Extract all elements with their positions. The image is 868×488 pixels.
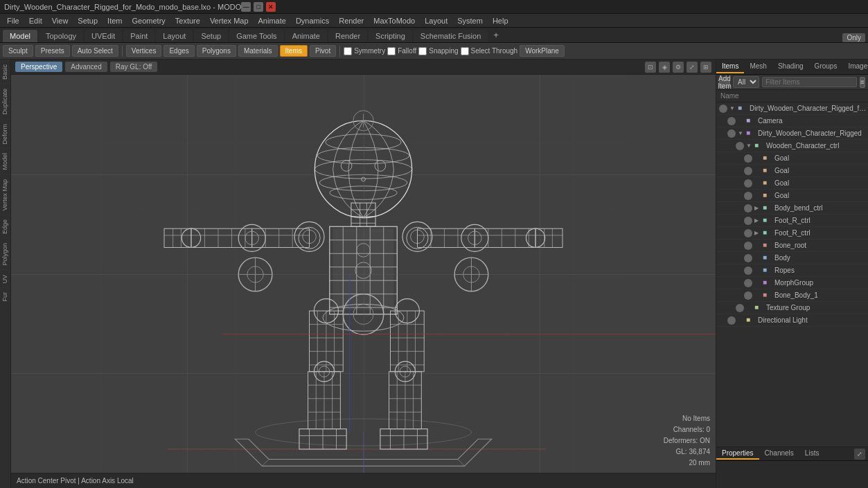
left-tab-vertex-map[interactable]: Vertex Map <box>0 174 10 215</box>
left-tab-uv[interactable]: UV <box>0 270 10 288</box>
left-tab-duplicate[interactable]: Duplicate <box>0 84 10 119</box>
rp-tab-groups[interactable]: Groups <box>809 60 843 73</box>
materials-button[interactable]: Materials <box>238 45 278 57</box>
menu-item-system[interactable]: System <box>453 15 487 26</box>
viewport-expand-icon[interactable]: ⤢ <box>687 62 698 73</box>
left-tab-deform[interactable]: Deform <box>0 119 10 149</box>
viewport-settings-icon[interactable]: ⚙ <box>673 62 684 73</box>
tree-item-16[interactable]: ■Texture Group <box>716 302 868 314</box>
select-through-checkbox[interactable]: Select Through <box>461 47 518 55</box>
polygons-button[interactable]: Polygons <box>197 45 236 57</box>
tree-item-7[interactable]: ■Goal <box>716 190 868 202</box>
viewport-tab-advanced[interactable]: Advanced <box>65 62 107 72</box>
visibility-dot-15[interactable] <box>744 291 752 300</box>
workplane-button[interactable]: WorkPlane <box>520 45 565 57</box>
minimize-button[interactable]: — <box>241 2 251 12</box>
rp-tab-mesh[interactable]: Mesh <box>744 60 772 73</box>
main-tab-game-tools[interactable]: Game Tools <box>229 30 284 42</box>
tree-item-12[interactable]: ■Body <box>716 252 868 264</box>
visibility-dot-4[interactable] <box>744 154 752 163</box>
menu-item-setup[interactable]: Setup <box>73 15 102 26</box>
menu-item-help[interactable]: Help <box>488 15 513 26</box>
menu-item-maxtomodo[interactable]: MaxToModo <box>369 15 419 26</box>
left-tab-model[interactable]: Model <box>0 148 10 174</box>
rp-tab-shading[interactable]: Shading <box>772 60 809 73</box>
sculpt-button[interactable]: Sculpt <box>3 45 33 57</box>
menu-item-render[interactable]: Render <box>335 15 368 26</box>
main-tab-schematic-fusion[interactable]: Schematic Fusion <box>414 30 488 42</box>
main-tab-uvedit[interactable]: UVEdit <box>85 30 122 42</box>
visibility-dot-6[interactable] <box>744 179 752 188</box>
expand-arrow-8[interactable]: ▶ <box>754 205 761 212</box>
main-tab-animate[interactable]: Animate <box>285 30 327 42</box>
main-tab-topology[interactable]: Topology <box>39 30 83 42</box>
auto-select-button[interactable]: Auto Select <box>72 45 118 57</box>
tree-item-14[interactable]: ■MorphGroup <box>716 277 868 289</box>
viewport-tab-perspective[interactable]: Perspective <box>15 62 62 72</box>
tree-item-17[interactable]: ■Directional Light <box>716 314 868 327</box>
viewport-render-icon[interactable]: ◈ <box>659 62 670 73</box>
menu-item-view[interactable]: View <box>48 15 73 26</box>
main-tab-scripting[interactable]: Scripting <box>369 30 412 42</box>
expand-arrow-9[interactable]: ▶ <box>754 217 761 224</box>
viewport[interactable]: Perspective Advanced Ray GL: Off ⊡ ◈ ⚙ ⤢… <box>11 60 716 488</box>
filter-settings-icon[interactable]: ≡ <box>860 77 865 88</box>
tree-item-1[interactable]: ■Camera <box>716 115 868 127</box>
pivot-button[interactable]: Pivot <box>310 45 336 57</box>
viewport-layout-icon[interactable]: ⊞ <box>700 62 711 73</box>
visibility-dot-5[interactable] <box>744 167 752 175</box>
menu-item-texture[interactable]: Texture <box>171 15 204 26</box>
visibility-dot-3[interactable] <box>736 142 744 150</box>
left-tab-fur[interactable]: Fur <box>0 287 10 306</box>
snapping-checkbox[interactable]: Snapping <box>418 47 458 55</box>
tree-item-6[interactable]: ■Goal <box>716 177 868 190</box>
menu-item-animate[interactable]: Animate <box>254 15 290 26</box>
viewport-camera-icon[interactable]: ⊡ <box>645 62 656 73</box>
expand-arrow-10[interactable]: ▶ <box>754 230 761 237</box>
main-tab-model[interactable]: Model <box>3 30 37 42</box>
maximize-button[interactable]: □ <box>254 2 263 12</box>
tree-item-9[interactable]: ▶■Foot_R_ctrl <box>716 215 868 227</box>
visibility-dot-13[interactable] <box>744 266 752 275</box>
tree-item-11[interactable]: ■Bone_root <box>716 240 868 252</box>
visibility-dot-12[interactable] <box>744 254 752 262</box>
item-filter-input[interactable] <box>762 77 857 87</box>
visibility-dot-10[interactable] <box>744 229 752 237</box>
tree-item-0[interactable]: ▼■Dirty_Wooden_Character_Rigged_for... <box>716 102 868 115</box>
visibility-dot-1[interactable] <box>727 117 736 125</box>
visibility-dot-8[interactable] <box>744 204 752 213</box>
items-button[interactable]: Items <box>280 45 308 57</box>
rpb-tab-properties[interactable]: Properties <box>716 448 759 460</box>
expand-arrow-3[interactable]: ▼ <box>746 143 753 150</box>
tree-item-13[interactable]: ■Ropes <box>716 264 868 277</box>
add-item-button[interactable]: Add Item <box>719 77 730 88</box>
rpb-tab-channels[interactable]: Channels <box>759 448 799 460</box>
visibility-dot-2[interactable] <box>727 129 736 138</box>
edges-button[interactable]: Edges <box>163 45 194 57</box>
close-button[interactable]: ✕ <box>266 2 276 12</box>
symmetry-checkbox[interactable]: Symmetry <box>344 47 385 55</box>
main-tab-render[interactable]: Render <box>328 30 367 42</box>
menu-item-edit[interactable]: Edit <box>25 15 46 26</box>
menu-item-vertex map[interactable]: Vertex Map <box>206 15 253 26</box>
expand-arrow-0[interactable]: ▼ <box>729 105 736 112</box>
tree-item-8[interactable]: ▶■Body_bend_ctrl <box>716 202 868 215</box>
rp-tab-items[interactable]: Items <box>716 60 744 73</box>
tree-item-3[interactable]: ▼■Wooden_Character_ctrl <box>716 140 868 152</box>
item-type-select[interactable]: All <box>733 76 759 88</box>
tree-item-5[interactable]: ■Goal <box>716 165 868 177</box>
menu-item-geometry[interactable]: Geometry <box>128 15 170 26</box>
main-tab-setup[interactable]: Setup <box>194 30 228 42</box>
expand-arrow-2[interactable]: ▼ <box>738 130 745 137</box>
left-tab-edge[interactable]: Edge <box>0 215 10 238</box>
rp-tab-images[interactable]: Images <box>842 60 868 73</box>
tree-item-10[interactable]: ▶■Foot_R_ctrl <box>716 227 868 240</box>
rpb-expand-icon[interactable]: ⤢ <box>854 449 865 460</box>
visibility-dot-17[interactable] <box>727 316 736 325</box>
items-tree[interactable]: ▼■Dirty_Wooden_Character_Rigged_for... ■… <box>716 102 868 446</box>
falloff-checkbox[interactable]: Falloff <box>387 47 416 55</box>
vertices-button[interactable]: Vertices <box>126 45 162 57</box>
main-tab-layout[interactable]: Layout <box>156 30 193 42</box>
menu-item-item[interactable]: Item <box>103 15 126 26</box>
visibility-dot-7[interactable] <box>744 192 752 200</box>
